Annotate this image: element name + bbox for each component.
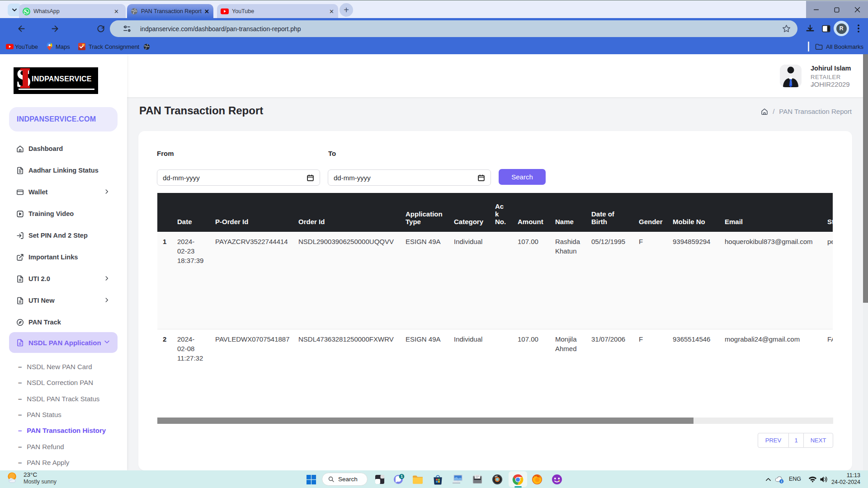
svg-text:i: i (781, 479, 782, 483)
svg-text:1: 1 (401, 474, 403, 479)
